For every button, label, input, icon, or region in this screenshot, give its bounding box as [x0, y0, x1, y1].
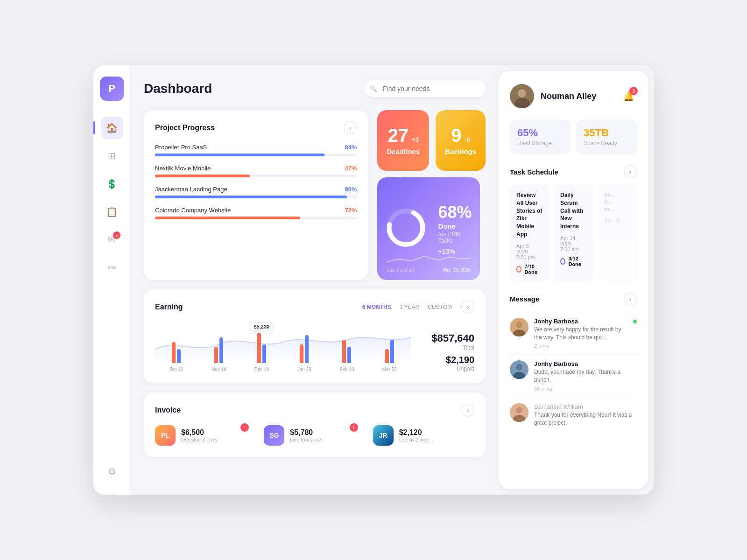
progress-item-3: Jaackerman Landing Page 95% [155, 186, 357, 198]
storage-used-label: Used Storage [517, 140, 563, 147]
total-amount: $857,640 [431, 332, 474, 344]
deadline-number: 27 [388, 126, 409, 145]
sidebar-item-grid[interactable]: ⊞ [101, 145, 123, 167]
notification-button[interactable]: 🔔 3 [620, 88, 637, 105]
home-icon: 🏠 [106, 122, 118, 133]
user-name: Nouman Alley [541, 91, 596, 101]
main-header: Dashboard [144, 80, 486, 97]
chart-label-nov: Nov 19 [211, 367, 226, 372]
earning-tab-custom[interactable]: CUSTOM [426, 303, 454, 311]
invoice-due-pl: Overdue 3 days [181, 437, 218, 442]
top-row: Project Progress › Propeller Pro SaaS 84… [144, 110, 486, 280]
logo-text: P [108, 83, 115, 95]
svg-point-9 [516, 364, 522, 371]
invoice-item-sg: SG $5,780 Due tomorrow ! [264, 425, 365, 446]
earning-more[interactable]: › [461, 301, 474, 314]
user-avatar [510, 84, 534, 108]
chart-group-feb [325, 340, 368, 363]
online-indicator-1 [633, 320, 637, 323]
progress-item-2: Nextlik Movie Mobile 47% [155, 165, 357, 177]
notif-badge: 3 [629, 87, 638, 95]
sidebar-item-settings[interactable]: ⚙ [101, 460, 123, 483]
backlog-number: 9 [451, 126, 461, 145]
message-avatar-2 [510, 360, 529, 379]
invoice-avatar-pl: PL [155, 425, 176, 446]
messages-title: Message [510, 295, 539, 303]
app-logo[interactable]: P [100, 77, 124, 101]
earning-header: Earning 6 MONTHS 1 YEAR CUSTOM › [155, 301, 474, 314]
invoice-amount-jr: $2,120 [399, 428, 433, 437]
invoice-amount-sg: $5,780 [290, 428, 322, 437]
message-name-2: Jonhy Barbosa [534, 360, 637, 367]
settings-icon: ⚙ [108, 466, 116, 477]
sidebar-item-dollar[interactable]: 💲 [101, 173, 123, 195]
task-schedule-more[interactable]: › [624, 165, 637, 178]
sidebar-item-home[interactable]: 🏠 [101, 117, 123, 139]
project-progress-card: Project Progress › Propeller Pro SaaS 84… [144, 110, 368, 280]
invoice-alert-sg: ! [350, 423, 358, 432]
task-name-3: Sc...D...to... [604, 191, 630, 213]
task-date-2: Apr 14, 2020 [560, 235, 586, 246]
task-time-1: 5:00 pm [516, 254, 543, 260]
backlog-delta: -6 [465, 136, 470, 143]
earning-tab-1year[interactable]: 1 YEAR [398, 303, 421, 311]
message-content-3: Samantha William Thank you for everythin… [534, 403, 637, 427]
bar-oct-blue [177, 349, 181, 363]
svg-point-3 [518, 89, 526, 98]
chart-group-mar [368, 340, 411, 363]
stats-top: 27 +3 Deadlines 9 -6 Backlogs [377, 110, 486, 171]
user-header: Nouman Alley 🔔 3 [510, 84, 637, 108]
chart-with-totals: $5,230 [155, 321, 474, 372]
bar-nov-orange [214, 347, 218, 363]
task-card-3: Sc...D...to... Ap... 5:... [598, 185, 637, 281]
task-dot-1 [516, 266, 521, 273]
invoice-card: Invoice › PL $6,500 Overdue 3 days ! S [144, 392, 486, 457]
sidebar-item-edit[interactable]: ✏ [101, 257, 123, 279]
deadline-card: 27 +3 Deadlines [377, 110, 429, 171]
list-icon: 📋 [106, 206, 118, 217]
message-item-3: Samantha William Thank you for everythin… [510, 398, 637, 433]
search-input[interactable] [364, 80, 486, 97]
message-item-2: Jonhy Barbosa Dude, you made my day. Tha… [510, 355, 637, 398]
message-content-1: Jonhy Barbosa We are very happy for the … [534, 318, 627, 349]
bar-mar-blue [390, 340, 394, 363]
message-content-2: Jonhy Barbosa Dude, you made my day. Tha… [534, 360, 637, 392]
svg-point-12 [516, 407, 522, 413]
invoice-header: Invoice › [155, 404, 474, 417]
backlog-label: Backlogs [445, 147, 476, 155]
storage-pct: 65% [517, 127, 538, 139]
earning-tab-6months[interactable]: 6 MONTHS [360, 303, 393, 311]
total-label: Total [463, 344, 474, 351]
project-progress-more[interactable]: › [344, 121, 357, 134]
bar-mar-orange [385, 349, 389, 363]
message-name-3: Samantha William [534, 403, 637, 410]
donut-tasks: from 185 Tasks [438, 231, 472, 244]
message-text-2: Dude, you made my day. Thanks a bunch. [534, 368, 637, 384]
donut-card: 68% Done from 185 Tasks +13% Last update… [377, 177, 480, 280]
progress-name-1: Propeller Pro SaaS [155, 144, 207, 151]
mail-badge: 7 [113, 231, 120, 239]
chart-group-oct [155, 342, 197, 363]
earning-tabs: 6 MONTHS 1 YEAR CUSTOM [360, 303, 454, 311]
invoice-more[interactable]: › [461, 404, 474, 417]
task-date-1: Apr 9, 2020 [516, 243, 543, 254]
messages-more[interactable]: › [624, 293, 637, 306]
message-text-1: We are very happy for the result by the … [534, 326, 627, 342]
bar-nov-blue [219, 337, 223, 363]
unpaid-label: Unpaid [457, 365, 474, 372]
chart-group-jan [283, 335, 325, 363]
chart-group-nov [197, 337, 240, 363]
sidebar-item-list[interactable]: 📋 [101, 201, 123, 223]
stats-section: 27 +3 Deadlines 9 -6 Backlogs [377, 110, 486, 280]
task-progress-1: 7/10 Done [516, 264, 543, 275]
task-card-1: Review All User Stories of Zikr Mobile A… [510, 185, 549, 281]
chart-labels-row: Oct 19 Nov 19 Dec 19 Jan 20 Feb 20 Mar 2… [155, 365, 411, 372]
page-title: Dashboard [144, 81, 353, 96]
storage-used-card: 65% Used Storage [510, 119, 571, 154]
donut-stats: 68% Done from 185 Tasks +13% [438, 203, 472, 255]
sidebar-item-mail[interactable]: ✉ 7 [101, 229, 123, 251]
project-progress-title: Project Progress [155, 124, 215, 132]
message-avatar-3 [510, 403, 529, 422]
message-time-2: 56 mins [534, 386, 637, 392]
progress-name-2: Nextlik Movie Mobile [155, 165, 211, 172]
